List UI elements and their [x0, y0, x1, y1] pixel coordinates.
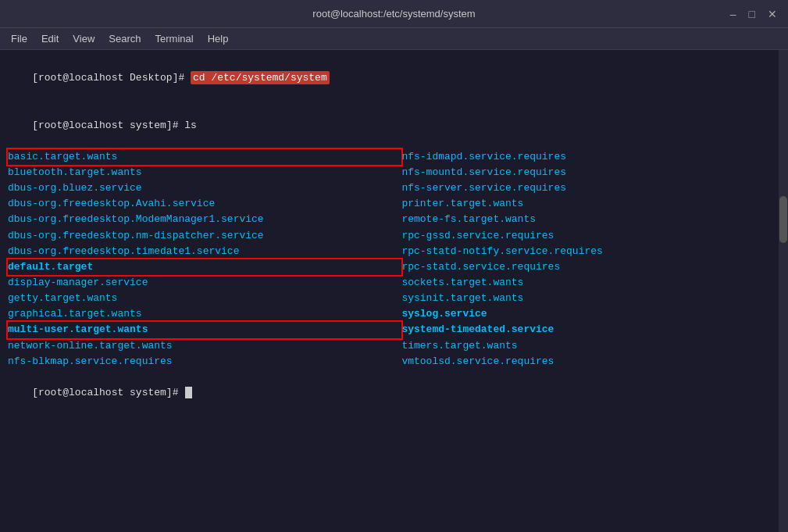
ls-item-nfs-server: nfs-server.service.requires — [401, 180, 780, 196]
ls-item-rpc-statd-notify: rpc-statd-notify.service.requires — [401, 244, 780, 259]
ls-col-left: basic.target.wants bluetooth.target.want… — [8, 149, 401, 370]
ls-item-sysinit: sysinit.target.wants — [401, 291, 780, 306]
ls-item-graphical: graphical.target.wants — [8, 306, 401, 322]
ls-item-printer: printer.target.wants — [401, 196, 780, 212]
ls-item-dbus-modem: dbus-org.freedesktop.ModemManager1.servi… — [8, 212, 401, 227]
menu-view[interactable]: View — [66, 31, 101, 46]
window-title: root@localhost:/etc/systemd/system — [312, 8, 475, 20]
menu-file[interactable]: File — [5, 31, 34, 46]
ls-item-rpc-statd: rpc-statd.service.requires — [401, 259, 780, 275]
minimize-button[interactable]: – — [727, 8, 740, 20]
ls-item-getty: getty.target.wants — [8, 291, 401, 306]
ls-item-nfs-mountd: nfs-mountd.service.requires — [401, 165, 780, 180]
scrollbar-thumb[interactable] — [779, 196, 787, 243]
prompt-2: [root@localhost system]# ls — [32, 120, 197, 131]
last-prompt-line: [root@localhost system]# — [8, 370, 780, 416]
ls-item-dbus-avahi: dbus-org.freedesktop.Avahi.service — [8, 196, 401, 212]
cursor — [185, 387, 192, 398]
ls-item-syslog: syslog.service — [401, 306, 780, 322]
window-controls[interactable]: – □ ✕ — [727, 8, 780, 20]
ls-item-nfs-blkmap: nfs-blkmap.service.requires — [8, 354, 401, 370]
command-line-1: [root@localhost Desktop]# cd /etc/system… — [8, 55, 780, 102]
menu-terminal[interactable]: Terminal — [149, 31, 200, 46]
ls-item-dbus-bluez: dbus-org.bluez.service — [8, 180, 401, 196]
command-1: cd /etc/systemd/system — [191, 71, 330, 84]
menubar: File Edit View Search Terminal Help — [0, 28, 788, 50]
ls-item-sockets-target-wants: sockets.target.wants — [401, 275, 780, 291]
close-button[interactable]: ✕ — [765, 8, 780, 20]
command-line-2: [root@localhost system]# ls — [8, 102, 780, 148]
ls-item-dbus-timedate: dbus-org.freedesktop.timedate1.service — [8, 244, 401, 259]
ls-item-vmtoolsd: vmtoolsd.service.requires — [401, 354, 780, 370]
ls-item-dbus-nm: dbus-org.freedesktop.nm-dispatcher.servi… — [8, 228, 401, 244]
ls-item-network-online: network-online.target.wants — [8, 338, 401, 354]
last-prompt: [root@localhost system]# — [32, 387, 184, 398]
maximize-button[interactable]: □ — [746, 8, 758, 20]
ls-item-display-manager: display-manager.service — [8, 275, 401, 291]
ls-col-right: nfs-idmapd.service.requires nfs-mountd.s… — [401, 149, 780, 370]
terminal-area[interactable]: [root@localhost Desktop]# cd /etc/system… — [0, 50, 788, 532]
ls-item-systemd-timedated: systemd-timedated.service — [401, 322, 780, 337]
menu-edit[interactable]: Edit — [35, 31, 65, 46]
ls-output: basic.target.wants bluetooth.target.want… — [8, 149, 780, 370]
ls-item-rpc-gssd: rpc-gssd.service.requires — [401, 228, 780, 244]
menu-search[interactable]: Search — [102, 31, 147, 46]
ls-item-multi-user: multi-user.target.wants — [8, 322, 401, 337]
ls-item-nfs-idmapd: nfs-idmapd.service.requires — [401, 149, 780, 165]
ls-item-remote-fs: remote-fs.target.wants — [401, 212, 780, 227]
ls-item-bluetooth: bluetooth.target.wants — [8, 165, 401, 180]
ls-item-timers: timers.target.wants — [401, 338, 780, 354]
ls-item-default-target: default.target — [8, 259, 401, 275]
menu-help[interactable]: Help — [201, 31, 235, 46]
scrollbar-track[interactable] — [779, 50, 788, 532]
ls-item-basic-target-wants: basic.target.wants — [8, 149, 401, 165]
prompt-1: [root@localhost Desktop]# — [32, 72, 191, 84]
titlebar: root@localhost:/etc/systemd/system – □ ✕ — [0, 0, 788, 28]
